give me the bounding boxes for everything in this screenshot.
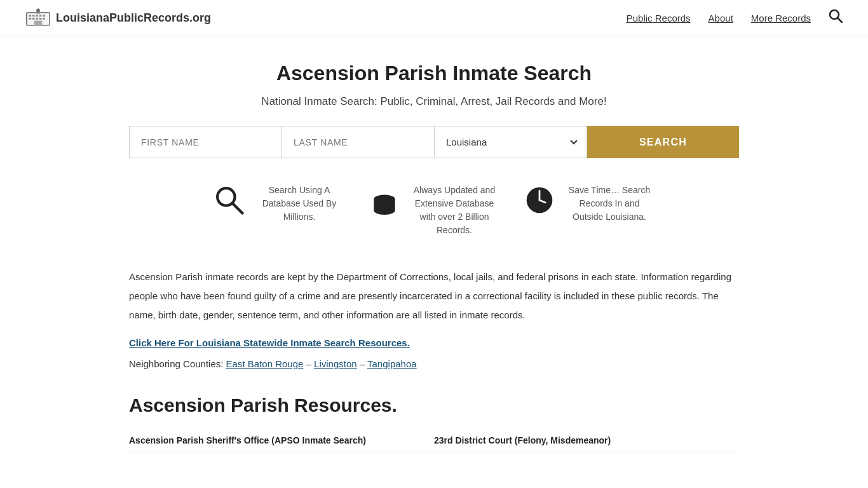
search-form: All States Alabama Alaska Arizona Arkans… bbox=[129, 126, 739, 158]
clock-icon bbox=[524, 185, 555, 222]
page-title: Ascension Parish Inmate Search bbox=[129, 62, 739, 85]
state-select[interactable]: All States Alabama Alaska Arizona Arkans… bbox=[434, 126, 587, 158]
feature-clock: Save Time… Search Records In and Outside… bbox=[524, 184, 654, 224]
first-name-input[interactable] bbox=[129, 126, 281, 158]
svg-rect-10 bbox=[43, 18, 45, 20]
separator-1: – bbox=[306, 358, 315, 369]
feature-database-text: Always Updated and Extensive Database wi… bbox=[410, 184, 499, 237]
feature-database: Always Updated and Extensive Database wi… bbox=[369, 184, 499, 237]
separator-2: – bbox=[360, 358, 367, 369]
county-livingston[interactable]: Livingston bbox=[314, 358, 357, 369]
header-search-icon bbox=[829, 9, 843, 23]
nav-about[interactable]: About bbox=[709, 13, 733, 24]
header-search-button[interactable] bbox=[829, 9, 843, 27]
svg-rect-5 bbox=[43, 15, 45, 17]
logo-icon bbox=[25, 8, 51, 28]
svg-rect-9 bbox=[39, 18, 42, 20]
description-text: Ascension Parish inmate records are kept… bbox=[129, 268, 739, 325]
svg-rect-7 bbox=[32, 18, 35, 20]
county-east-baton-rouge[interactable]: East Baton Rouge bbox=[226, 358, 304, 369]
site-header: LouisianaPublicRecords.org Public Record… bbox=[0, 0, 868, 36]
county-tangipahoa[interactable]: Tangipahoa bbox=[367, 358, 417, 369]
svg-rect-6 bbox=[29, 18, 31, 20]
svg-line-17 bbox=[233, 203, 242, 213]
svg-rect-2 bbox=[32, 15, 35, 17]
svg-line-15 bbox=[838, 18, 843, 23]
svg-rect-3 bbox=[36, 15, 38, 17]
nav-more-records[interactable]: More Records bbox=[751, 13, 811, 24]
resources-grid: Ascension Parish Sheriff's Office (APSO … bbox=[129, 429, 739, 452]
page-subtitle: National Inmate Search: Public, Criminal… bbox=[129, 95, 739, 108]
svg-rect-8 bbox=[36, 18, 38, 20]
last-name-input[interactable] bbox=[281, 126, 434, 158]
main-content: Ascension Parish Inmate Search National … bbox=[116, 36, 752, 478]
magnifier-icon bbox=[214, 185, 245, 222]
database-icon bbox=[369, 192, 400, 229]
svg-rect-4 bbox=[39, 15, 42, 17]
feature-clock-text: Save Time… Search Records In and Outside… bbox=[565, 184, 654, 224]
neighboring-label: Neighboring Counties: bbox=[129, 358, 223, 369]
statewide-link[interactable]: Click Here For Louisiana Statewide Inmat… bbox=[129, 337, 410, 348]
neighboring-counties: Neighboring Counties: East Baton Rouge –… bbox=[129, 358, 739, 369]
nav-public-records[interactable]: Public Records bbox=[627, 13, 691, 24]
resource-23rd-court: 23rd District Court (Felony, Misdemeanor… bbox=[434, 429, 739, 452]
search-button[interactable]: SEARCH bbox=[587, 126, 739, 158]
main-nav: Public Records About More Records bbox=[627, 9, 843, 27]
svg-rect-1 bbox=[29, 15, 31, 17]
site-logo[interactable]: LouisianaPublicRecords.org bbox=[25, 8, 211, 28]
resources-title: Ascension Parish Resources. bbox=[129, 395, 739, 416]
feature-search: Search Using A Database Used By Millions… bbox=[214, 184, 344, 224]
feature-search-text: Search Using A Database Used By Millions… bbox=[255, 184, 344, 224]
svg-rect-11 bbox=[34, 21, 43, 25]
features-row: Search Using A Database Used By Millions… bbox=[129, 184, 739, 237]
resource-apso: Ascension Parish Sheriff's Office (APSO … bbox=[129, 429, 434, 452]
